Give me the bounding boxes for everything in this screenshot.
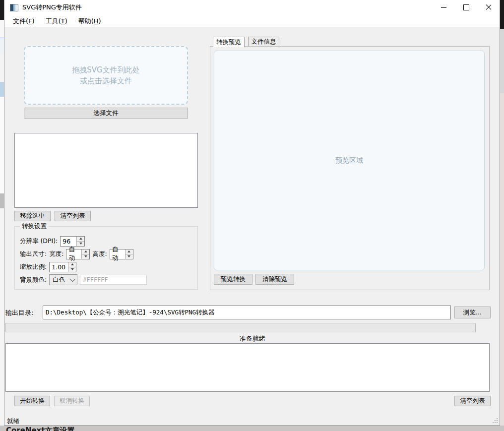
bg-hex-input[interactable]: #FFFFFF: [80, 275, 147, 285]
window-controls: [433, 0, 500, 15]
titlebar[interactable]: SVG转PNG专用软件: [4, 0, 500, 15]
output-size-row: 输出尺寸: 宽度: 自动 高度: 自动: [20, 248, 133, 259]
menubar: 文件(F) 工具(T) 帮助(H): [4, 15, 500, 27]
maximize-button[interactable]: [455, 0, 477, 15]
dpi-value: 96: [61, 237, 76, 246]
maximize-icon: [463, 4, 469, 10]
browse-button[interactable]: 浏览...: [454, 307, 491, 318]
conversion-settings-group: 转换设置 分辨率 (DPI): 96 输出尺寸: 宽度: 自动 高度:: [14, 226, 198, 290]
bg-color-label: 背景颜色:: [20, 276, 47, 284]
scale-row: 缩放比例: 1.00: [20, 261, 76, 272]
preview-area: 预览区域: [214, 51, 485, 270]
spin-down-icon[interactable]: [82, 254, 89, 259]
scale-spinbox[interactable]: 1.00: [49, 262, 76, 272]
spin-up-icon[interactable]: [126, 249, 133, 254]
close-button[interactable]: [477, 0, 500, 15]
tab-file-info[interactable]: 文件信息: [248, 37, 279, 47]
scale-spin-buttons[interactable]: [68, 262, 76, 272]
resize-grip[interactable]: [492, 417, 498, 423]
spin-down-icon[interactable]: [77, 241, 84, 246]
tab-conversion-preview[interactable]: 转换预览: [213, 37, 245, 47]
dropzone-text-line1: 拖拽SVG文件到此处: [72, 64, 139, 75]
chevron-down-icon: [70, 276, 75, 282]
menu-help[interactable]: 帮助(H): [73, 15, 107, 27]
dpi-label: 分辨率 (DPI):: [20, 237, 58, 246]
clear-file-list-button[interactable]: 清空列表: [55, 211, 91, 221]
height-spinbox[interactable]: 自动: [110, 249, 133, 259]
background-window-bottom-strip: CoreNext文章设置: [0, 426, 504, 431]
preview-convert-button[interactable]: 预览转换: [214, 274, 252, 285]
height-spin-buttons[interactable]: [125, 249, 133, 259]
width-spin-buttons[interactable]: [81, 249, 89, 259]
conversion-status-text: 准备就绪: [4, 334, 501, 343]
svg-dropzone[interactable]: 拖拽SVG文件到此处 或点击选择文件: [24, 46, 188, 105]
scale-label: 缩放比例:: [20, 263, 47, 271]
background-window-text: CoreNext文章设置: [6, 426, 74, 431]
bg-color-value: 白色: [53, 276, 65, 284]
start-convert-button[interactable]: 开始转换: [14, 396, 50, 406]
app-icon: [10, 4, 18, 11]
remove-selected-button[interactable]: 移除选中: [14, 211, 51, 221]
width-value: 自动: [66, 249, 81, 259]
spin-down-icon[interactable]: [126, 254, 133, 259]
settings-group-title: 转换设置: [20, 222, 49, 231]
clear-log-list-button[interactable]: 清空列表: [454, 396, 491, 406]
dpi-spinbox[interactable]: 96: [60, 236, 85, 246]
height-value: 自动: [110, 249, 125, 259]
dropzone-text-line2: 或点击选择文件: [80, 75, 132, 86]
menu-file[interactable]: 文件(F): [7, 15, 40, 27]
progress-bar: [5, 323, 476, 332]
output-dir-label: 输出目录:: [5, 308, 33, 317]
background-window-left-sliver: [0, 0, 4, 431]
bg-color-row: 背景颜色: 白色 #FFFFFF: [20, 274, 147, 285]
log-box[interactable]: [5, 343, 490, 392]
scale-value: 1.00: [50, 262, 68, 272]
app-window: SVG转PNG专用软件 文件(F) 工具(T) 帮助(H) 拖拽SVG文件到此处…: [4, 0, 500, 426]
minimize-icon: [441, 7, 446, 8]
spin-up-icon[interactable]: [77, 237, 84, 241]
output-dir-input[interactable]: D:\Desktop\【公众号：溯光笔记】-924\SVG转PNG转换器: [43, 306, 451, 319]
spin-up-icon[interactable]: [82, 249, 89, 254]
output-size-label: 输出尺寸:: [20, 250, 47, 258]
width-label: 宽度:: [49, 250, 63, 258]
preview-placeholder-text: 预览区域: [335, 156, 363, 165]
width-spinbox[interactable]: 自动: [66, 249, 90, 259]
menu-tools[interactable]: 工具(T): [40, 15, 73, 27]
clear-preview-button[interactable]: 清除预览: [255, 274, 294, 285]
select-file-button[interactable]: 选择文件: [24, 108, 188, 119]
close-icon: [486, 4, 492, 10]
background-window-right-sliver: [500, 0, 504, 431]
file-list[interactable]: [14, 133, 198, 208]
window-title: SVG转PNG专用软件: [22, 3, 82, 12]
spin-up-icon[interactable]: [68, 262, 76, 267]
dpi-spin-buttons[interactable]: [76, 237, 84, 246]
statusbar-text: 就绪: [7, 417, 19, 426]
height-label: 高度:: [92, 250, 107, 258]
dpi-row: 分辨率 (DPI): 96: [20, 236, 85, 246]
minimize-button[interactable]: [433, 0, 455, 15]
cancel-convert-button: 取消转换: [54, 396, 90, 406]
bg-color-dropdown[interactable]: 白色: [49, 274, 77, 285]
spin-down-icon[interactable]: [68, 267, 76, 272]
